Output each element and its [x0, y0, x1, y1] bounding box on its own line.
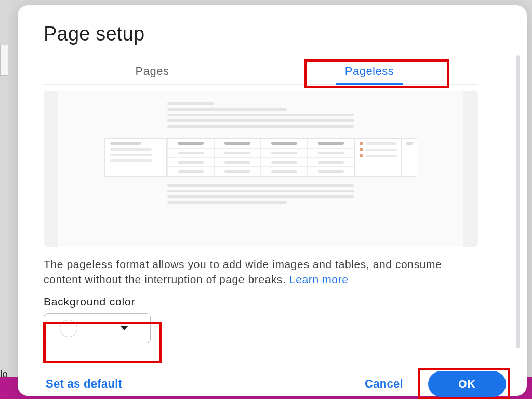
set-as-default-button[interactable]: Set as default: [44, 372, 124, 396]
tab-pages[interactable]: Pages: [44, 58, 261, 84]
background-color-label: Background color: [44, 296, 478, 308]
caret-down-icon: [120, 326, 128, 330]
background-ui-fragment: [0, 45, 8, 76]
page-setup-tabs: Pages Pageless: [44, 58, 478, 85]
dialog-footer: Set as default Cancel OK: [44, 371, 506, 397]
preview-paragraph-top: [167, 102, 354, 131]
dialog-title: Page setup: [44, 23, 506, 45]
tab-pages-label: Pages: [136, 64, 169, 78]
learn-more-link[interactable]: Learn more: [289, 273, 348, 285]
preview-paragraph-bottom: [167, 184, 354, 207]
tab-pageless-label: Pageless: [345, 64, 394, 78]
tab-pageless[interactable]: Pageless: [261, 58, 478, 84]
background-cutoff-text: lo: [0, 368, 8, 380]
pageless-preview-illustration: [44, 91, 478, 247]
pageless-description: The pageless format allows you to add wi…: [44, 257, 478, 287]
active-tab-underline: [336, 83, 403, 85]
cancel-button[interactable]: Cancel: [363, 372, 405, 396]
dialog-content: Pages Pageless: [44, 58, 478, 343]
ok-button[interactable]: OK: [428, 371, 506, 397]
page-setup-dialog: Page setup Pages Pageless: [18, 5, 527, 396]
pageless-description-text: The pageless format allows you to add wi…: [44, 258, 442, 285]
preview-wide-table: [104, 138, 417, 177]
dialog-scrollbar[interactable]: [516, 55, 520, 348]
color-swatch-icon: [60, 320, 77, 337]
background-color-picker[interactable]: [44, 313, 151, 343]
